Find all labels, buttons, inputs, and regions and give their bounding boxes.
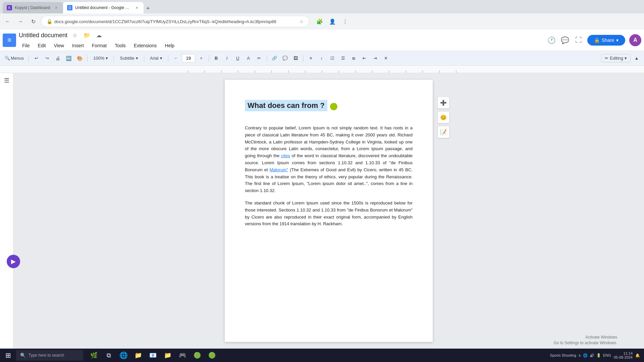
document-body: Contrary to popular belief, Lorem Ipsum …: [245, 125, 413, 228]
add-comment-float-button[interactable]: ➕: [437, 97, 449, 109]
activate-windows-line2: Go to Settings to activate Windows.: [554, 340, 617, 346]
toolbar-separator-8: [303, 55, 304, 62]
back-button[interactable]: ←: [3, 16, 13, 26]
italic-button[interactable]: I: [222, 54, 232, 63]
browser-controls: ← → ↻ 🔒 docs.google.com/document/d/1CCZW…: [0, 13, 644, 29]
comments-button[interactable]: 💬: [560, 36, 570, 45]
user-avatar[interactable]: A: [629, 34, 641, 46]
font-size-input[interactable]: [182, 54, 195, 63]
heading-text: What does can from ?: [245, 100, 327, 111]
bold-button[interactable]: B: [212, 54, 221, 63]
tray-battery-icon: 🔋: [596, 353, 601, 358]
present-button[interactable]: ⛶: [574, 36, 583, 45]
taskbar-app6[interactable]: 🟢: [205, 349, 219, 362]
indent-increase-button[interactable]: ⇥: [371, 54, 380, 63]
docs-tab-close[interactable]: ×: [134, 4, 140, 11]
spell-check-button[interactable]: 🔤: [64, 54, 73, 63]
line-spacing-button[interactable]: ↕: [317, 54, 326, 63]
new-tab-button[interactable]: +: [144, 4, 153, 13]
menu-extensions[interactable]: Extensions: [130, 42, 160, 50]
zoom-dropdown[interactable]: 100% ▾: [90, 54, 111, 63]
kopyst-bubble[interactable]: ▶: [7, 255, 20, 268]
docs-menu-row: File Edit View Insert Format Tools Exten…: [19, 42, 547, 50]
editing-label: Editing: [610, 56, 623, 61]
taskbar-multitask[interactable]: ⧉: [102, 349, 115, 362]
activate-windows-notice: Activate Windows Go to Settings to activ…: [554, 335, 617, 346]
text-color-button[interactable]: A: [244, 54, 253, 63]
link-button[interactable]: 🔗: [270, 54, 279, 63]
taskbar-search[interactable]: 🔍 Type here to search: [16, 350, 83, 361]
style-dropdown[interactable]: Subtitle ▾: [117, 54, 141, 63]
star-icon[interactable]: ☆: [300, 19, 304, 24]
bulleted-list-button[interactable]: ☰: [338, 54, 348, 63]
suggest-float-button[interactable]: 📝: [437, 126, 449, 138]
indent-decrease-button[interactable]: ⇤: [360, 54, 369, 63]
forward-button[interactable]: →: [15, 16, 25, 26]
menu-view[interactable]: View: [51, 42, 67, 50]
numbered-list-button[interactable]: ≣: [349, 54, 359, 63]
share-chevron-icon: ▾: [616, 38, 619, 43]
taskbar-chrome[interactable]: 🌐: [117, 349, 130, 362]
docs-logo: ≡: [3, 34, 16, 47]
taskbar-game[interactable]: 🎮: [176, 349, 189, 362]
star-doc-button[interactable]: ☆: [70, 31, 79, 40]
menus-button[interactable]: 🔍 Menus: [3, 54, 26, 63]
taskbar-files[interactable]: 📁: [131, 349, 145, 362]
move-doc-button[interactable]: 📁: [82, 31, 92, 40]
notification-button[interactable]: 🔔: [635, 353, 640, 358]
taskbar-app4[interactable]: 📁: [161, 349, 174, 362]
menu-edit[interactable]: Edit: [35, 42, 49, 50]
taskbar-mail[interactable]: 📧: [146, 349, 160, 362]
editing-mode-dropdown[interactable]: ✏ Editing ▾: [601, 54, 631, 62]
taskbar-tray: Sports Shooting ∧ 🌐 🔊 🔋 ENG 11:14 05-08-…: [550, 351, 643, 359]
document-heading: What does can from ?: [245, 100, 413, 118]
checklist-button[interactable]: ☑: [328, 54, 337, 63]
profile-button[interactable]: 👤: [327, 16, 337, 26]
menu-help[interactable]: Help: [161, 42, 178, 50]
highlight-button[interactable]: ✏: [255, 54, 264, 63]
decrease-font-button[interactable]: −: [171, 54, 180, 63]
clear-format-button[interactable]: ✕: [381, 54, 391, 63]
print-button[interactable]: 🖨: [53, 54, 62, 63]
outline-button[interactable]: ☰: [2, 76, 11, 85]
taskbar-app5[interactable]: 🟢: [191, 349, 204, 362]
kopyst-tab-close[interactable]: ×: [54, 4, 59, 11]
tray-chevron-icon[interactable]: ∧: [578, 353, 581, 358]
redo-button[interactable]: ↪: [42, 54, 52, 63]
doc-container[interactable]: What does can from ? Contrary to popular…: [13, 73, 644, 349]
cloud-save-button[interactable]: ☁: [94, 31, 104, 40]
link-cites[interactable]: cites: [281, 153, 290, 158]
paint-format-button[interactable]: 🎨: [75, 54, 85, 63]
underline-button[interactable]: U: [233, 54, 243, 63]
insert-comment-button[interactable]: 💬: [280, 54, 290, 63]
align-button[interactable]: ≡: [306, 54, 316, 63]
tab-kopyst[interactable]: K Kopyst | Dashboard ×: [3, 2, 63, 13]
docs-title-area: Untitled document ☆ 📁 ☁ File Edit View I…: [19, 31, 547, 50]
font-dropdown[interactable]: Arial ▾: [147, 54, 165, 63]
doc-float-tools: ➕ 😊 📝: [437, 97, 449, 138]
increase-font-button[interactable]: +: [197, 54, 206, 63]
activate-windows-line1: Activate Windows: [554, 335, 617, 340]
insert-image-button[interactable]: 🖼: [291, 54, 301, 63]
emoji-float-button[interactable]: 😊: [437, 111, 449, 123]
history-button[interactable]: 🕐: [547, 36, 556, 45]
taskbar-widgets[interactable]: 🌿: [87, 349, 101, 362]
address-bar[interactable]: 🔒 docs.google.com/document/d/1CCZWl7ocz6…: [41, 16, 309, 27]
menu-insert[interactable]: Insert: [69, 42, 87, 50]
refresh-button[interactable]: ↻: [28, 16, 38, 26]
share-button[interactable]: 🔒 Share ▾: [587, 35, 625, 46]
windows-icon: ⊞: [5, 351, 11, 359]
menu-tools[interactable]: Tools: [111, 42, 129, 50]
link-malorum[interactable]: Malorum": [270, 167, 288, 172]
taskbar: ⊞ 🔍 Type here to search 🌿 ⧉ 🌐 📁 📧 📁 🎮 🟢: [0, 349, 644, 362]
tab-docs[interactable]: D Untitled document - Google D... ×: [63, 2, 144, 13]
collapse-toolbar-button[interactable]: ▲: [632, 54, 641, 63]
menu-file[interactable]: File: [19, 42, 33, 50]
undo-button[interactable]: ↩: [32, 54, 41, 63]
browser-menu-button[interactable]: ⋮: [340, 16, 350, 26]
extensions-button[interactable]: 🧩: [315, 16, 325, 26]
taskbar-apps: 🌿 ⧉ 🌐 📁 📧 📁 🎮 🟢 🟢: [87, 349, 219, 362]
start-button[interactable]: ⊞: [1, 349, 15, 362]
menu-format[interactable]: Format: [89, 42, 110, 50]
bubble-icon: ▶: [11, 258, 16, 265]
